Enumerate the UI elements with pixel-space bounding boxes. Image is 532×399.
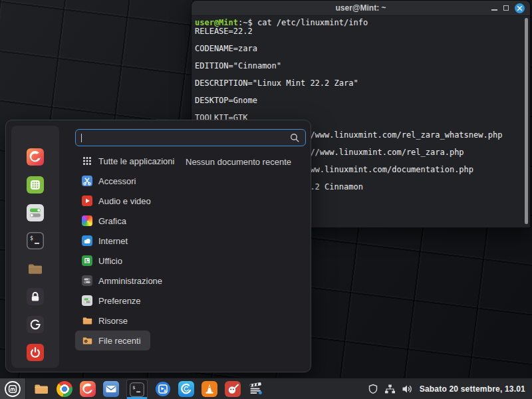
taskbar-item-video-editor[interactable] xyxy=(248,381,264,397)
category-all-applications[interactable]: Tutte le applicazioni xyxy=(75,151,184,171)
files-folder-icon xyxy=(27,260,44,277)
graphics-icon xyxy=(82,215,92,226)
tray-item-firewall[interactable] xyxy=(368,384,378,394)
media-player-icon xyxy=(155,381,171,397)
accessories-icon xyxy=(82,176,92,186)
recent-files-folder-icon xyxy=(82,335,92,346)
taskbar-app-launchers: $ xyxy=(33,378,264,399)
taskbar-item-firefox[interactable] xyxy=(80,381,96,397)
sidebar-item-files[interactable] xyxy=(27,260,44,277)
mint-menu-popup: $ xyxy=(5,120,311,372)
chrome-icon xyxy=(57,381,72,397)
terminal-prompt-path: :~$ xyxy=(238,18,253,27)
sidebar-item-software-manager[interactable] xyxy=(27,176,44,194)
recent-documents-panel: Nessun documento recente xyxy=(182,151,306,350)
mail-envelope-icon xyxy=(103,381,119,397)
system-settings-icon xyxy=(27,204,44,221)
terminal-scrollbar[interactable] xyxy=(525,18,528,224)
terminal-command: cat /etc/linuxmint/info xyxy=(253,18,368,27)
shutdown-power-icon xyxy=(27,344,44,361)
menu-sidebar: $ xyxy=(11,126,59,368)
tray-item-volume[interactable] xyxy=(402,384,414,394)
category-office[interactable]: Ufficio xyxy=(75,251,132,271)
volume-speaker-icon xyxy=(402,384,414,394)
category-graphics[interactable]: Grafica xyxy=(75,211,136,231)
taskbar-item-media-player[interactable] xyxy=(155,381,171,397)
category-accessories[interactable]: Accessori xyxy=(75,171,145,191)
linux-mint-logo-icon xyxy=(4,380,21,398)
terminal-titlebar[interactable]: user@Mint: ~ xyxy=(192,1,530,16)
sidebar-item-system-settings[interactable] xyxy=(27,204,44,221)
menu-content: Tutte le applicazioni Accessori xyxy=(75,129,306,368)
audio-video-icon xyxy=(82,196,92,206)
terminal-output-line: EDITION="Cinnamon" xyxy=(195,62,521,70)
terminal-output-line: DESCRIPTION="Linux Mint 22.2 Zara" xyxy=(195,79,521,88)
shield-icon xyxy=(368,384,378,394)
svg-text:$: $ xyxy=(30,235,33,241)
category-preferences[interactable]: Preferenze xyxy=(75,291,150,311)
sidebar-item-logout[interactable] xyxy=(27,316,44,333)
gimp-icon xyxy=(225,381,241,397)
category-places[interactable]: Risorse xyxy=(75,311,137,331)
system-tray: Sabato 20 settembre, 13.01 xyxy=(368,384,532,394)
places-folder-icon xyxy=(82,315,92,326)
terminal-output-line: DESKTOP=Gnome xyxy=(195,96,521,105)
clapperboard-icon xyxy=(248,381,264,397)
search-icon xyxy=(289,132,300,143)
vlc-cone-icon xyxy=(201,381,217,397)
minimize-button[interactable] xyxy=(491,9,497,11)
category-recent-files[interactable]: File recenti xyxy=(75,331,150,350)
taskbar-item-gimp[interactable] xyxy=(225,381,241,397)
taskbar-item-chrome[interactable] xyxy=(57,381,72,397)
terminal-window-title: user@Mint: ~ xyxy=(192,3,530,13)
tray-item-network[interactable] xyxy=(384,384,396,394)
administration-icon xyxy=(82,275,92,286)
taskbar-panel: $ xyxy=(0,378,532,399)
network-icon xyxy=(384,384,396,394)
sidebar-item-firefox[interactable] xyxy=(27,148,44,166)
all-apps-grid-icon xyxy=(82,156,92,166)
terminal-icon: $ xyxy=(130,382,144,397)
taskbar-item-mail[interactable] xyxy=(103,381,119,397)
category-administration[interactable]: Amministrazione xyxy=(75,271,172,291)
folder-icon xyxy=(33,381,49,397)
taskbar-item-files[interactable] xyxy=(33,381,49,397)
firefox-icon xyxy=(27,148,44,166)
search-input[interactable] xyxy=(75,129,306,146)
terminal-icon: $ xyxy=(27,232,44,249)
sidebar-item-terminal[interactable]: $ xyxy=(27,232,44,249)
preferences-icon xyxy=(82,295,92,306)
sidebar-item-shutdown[interactable] xyxy=(27,344,44,361)
software-manager-icon xyxy=(27,176,44,194)
internet-icon xyxy=(82,235,92,246)
taskbar-item-vlc[interactable] xyxy=(201,381,217,397)
text-cursor xyxy=(81,134,82,142)
firefox-icon xyxy=(80,381,96,397)
bittorrent-icon xyxy=(178,381,194,397)
sidebar-item-lock-screen[interactable] xyxy=(27,288,44,305)
office-icon xyxy=(82,255,92,266)
category-audio-video[interactable]: Audio e video xyxy=(75,191,160,211)
terminal-output-line: RELEASE=22.2 xyxy=(195,27,521,36)
close-icon xyxy=(517,5,523,11)
menu-button[interactable] xyxy=(0,378,26,399)
lock-icon xyxy=(27,288,44,305)
terminal-output-line: CODENAME=zara xyxy=(195,45,521,53)
category-list: Tutte le applicazioni Accessori xyxy=(75,151,182,350)
maximize-button[interactable] xyxy=(503,5,509,11)
category-internet[interactable]: Internet xyxy=(75,231,137,251)
taskbar-clock[interactable]: Sabato 20 settembre, 13.01 xyxy=(420,384,525,394)
close-button[interactable] xyxy=(515,3,525,13)
taskbar-item-bittorrent[interactable] xyxy=(178,381,194,397)
empty-recent-documents-message: Nessun documento recente xyxy=(186,157,306,167)
logout-icon xyxy=(27,316,44,333)
terminal-prompt: user@Mint xyxy=(195,18,238,27)
svg-text:$: $ xyxy=(132,385,135,390)
taskbar-item-terminal-active[interactable]: $ xyxy=(126,379,148,399)
